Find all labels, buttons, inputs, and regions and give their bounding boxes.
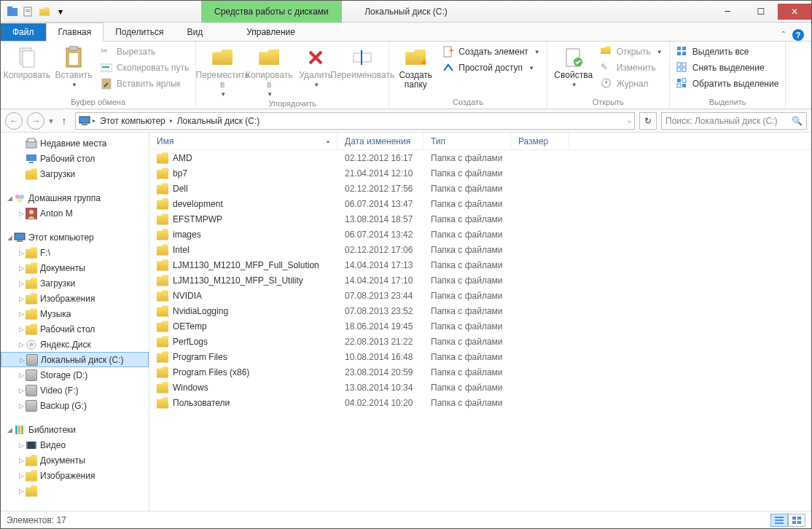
file-row[interactable]: NVIDIA07.08.2013 23:44Папка с файлами <box>149 288 811 303</box>
search-input[interactable]: Поиск: Локальный диск (C:) 🔍 <box>661 112 807 130</box>
tree-video-f[interactable]: ▷Video (F:) <box>1 383 149 398</box>
icons-view-button[interactable] <box>788 514 805 527</box>
breadcrumb-seg[interactable]: Локальный диск (C:) <box>175 116 262 126</box>
invert-select-button[interactable]: Обратить выделение <box>673 76 783 92</box>
file-row[interactable]: development06.07.2014 13:47Папка с файла… <box>149 196 811 211</box>
select-none-button[interactable]: Снять выделение <box>673 60 783 76</box>
qat-dropdown-icon[interactable]: ▾ <box>53 4 68 19</box>
maximize-button[interactable]: ☐ <box>744 4 778 20</box>
tree-cdrive[interactable]: ▷Локальный диск (C:) <box>1 352 149 367</box>
tab-file[interactable]: Файл <box>1 23 46 41</box>
file-row[interactable]: PerfLogs22.08.2013 21:22Папка с файлами <box>149 334 811 349</box>
collapse-ribbon-icon[interactable]: ˆ <box>782 30 785 41</box>
col-date[interactable]: Дата изменения <box>337 133 423 149</box>
delete-button[interactable]: Удалить▼ <box>292 44 339 90</box>
tree-homegroup[interactable]: ◢Домашняя группа <box>1 190 149 205</box>
tree-fdrive[interactable]: ▷F:\ <box>1 245 149 260</box>
file-row[interactable]: LJM1130_M1210_MFP_SI_Utility14.04.2014 1… <box>149 273 811 288</box>
minimize-button[interactable]: ─ <box>711 4 744 20</box>
close-button[interactable]: ✕ <box>778 4 811 20</box>
tree-documents[interactable]: ▷Документы <box>1 260 149 275</box>
file-row[interactable]: bp721.04.2014 12:10Папка с файлами <box>149 165 811 181</box>
refresh-button[interactable]: ↻ <box>639 112 657 130</box>
file-row[interactable]: Пользователи04.02.2014 10:20Папка с файл… <box>149 395 811 410</box>
file-row[interactable]: OETemp18.06.2014 19:45Папка с файлами <box>149 318 811 334</box>
tree-music[interactable]: ▷Музыка <box>1 306 149 321</box>
file-row[interactable]: Windows13.08.2014 10:34Папка с файлами <box>149 380 811 395</box>
rename-button[interactable]: Переименовать <box>339 44 386 80</box>
tree-anton[interactable]: ▷Anton M <box>1 205 149 221</box>
file-row[interactable]: AMD02.12.2012 16:17Папка с файлами <box>149 150 811 165</box>
tree-pictures[interactable]: ▷Изображения <box>1 291 149 306</box>
window-title: Локальный диск (C:) <box>364 7 448 17</box>
svg-rect-34 <box>28 138 35 142</box>
move-to-button[interactable]: Переместить в▼ <box>199 44 246 99</box>
tab-home[interactable]: Главная <box>46 23 104 42</box>
paste-shortcut-button[interactable]: Вставить ярлык <box>97 76 192 92</box>
properties-button[interactable]: Свойства▼ <box>550 44 597 90</box>
back-button[interactable]: ← <box>5 112 23 130</box>
folder-icon <box>157 183 168 195</box>
file-date: 07.08.2013 23:44 <box>337 291 423 301</box>
file-row[interactable]: EFSTMPWP13.08.2014 18:57Папка с файлами <box>149 211 811 227</box>
qat-newfolder-icon[interactable] <box>37 4 52 19</box>
help-icon[interactable]: ? <box>792 29 804 41</box>
select-all-button[interactable]: Выделить все <box>673 44 783 60</box>
file-row[interactable]: Intel02.12.2012 17:06Папка с файлами <box>149 242 811 257</box>
file-row[interactable]: LJM1130_M1210_MFP_Full_Solution14.04.201… <box>149 257 811 273</box>
tree-backup[interactable]: ▷Backup (G:) <box>1 398 149 413</box>
svg-rect-30 <box>682 84 686 87</box>
tree-pictures2[interactable]: ▷Изображения <box>1 468 149 483</box>
open-button[interactable]: Открыть▼ <box>597 44 666 60</box>
cut-button[interactable]: ✂Вырезать <box>97 44 192 60</box>
forward-button[interactable]: → <box>27 112 44 130</box>
copy-button[interactable]: Копировать <box>4 44 50 80</box>
copy-path-button[interactable]: Скопировать путь <box>97 60 192 76</box>
folder-icon <box>157 351 168 363</box>
file-row[interactable]: Program Files (x86)23.08.2014 20:59Папка… <box>149 364 811 380</box>
breadcrumb[interactable]: ▸ Этот компьютер ▸ Локальный диск (C:) ⌵ <box>75 112 635 130</box>
tree-cutoff[interactable]: ▷ <box>1 483 149 498</box>
path-icon <box>101 62 112 74</box>
breadcrumb-history-icon[interactable]: ⌵ <box>628 117 631 124</box>
sidebar-tree[interactable]: Недавние места Рабочий стол Загрузки ◢До… <box>1 133 149 511</box>
copy-to-button[interactable]: Копировать в▼ <box>246 44 292 99</box>
file-row[interactable]: NvidiaLogging07.08.2013 23:52Папка с фай… <box>149 303 811 318</box>
file-type: Папка с файлами <box>423 199 511 209</box>
details-view-button[interactable] <box>770 514 788 527</box>
edit-button[interactable]: ✎Изменить <box>597 60 666 76</box>
col-type[interactable]: Тип <box>423 133 511 149</box>
col-name[interactable]: Имя▴ <box>149 133 337 149</box>
file-row[interactable]: images06.07.2014 13:42Папка с файлами <box>149 227 811 242</box>
search-icon: 🔍 <box>792 116 803 126</box>
tree-recent[interactable]: Недавние места <box>1 136 149 151</box>
new-folder-button[interactable]: ✦Создать папку <box>392 44 439 90</box>
tree-this-pc[interactable]: ◢Этот компьютер <box>1 230 149 245</box>
paste-button[interactable]: Вставить▼ <box>50 44 97 90</box>
tree-storage[interactable]: ▷Storage (D:) <box>1 367 149 383</box>
tree-downloads2[interactable]: ▷Загрузки <box>1 275 149 291</box>
up-button[interactable]: ↑ <box>58 114 71 127</box>
tree-yandex[interactable]: ▷Яндекс.Диск <box>1 337 149 352</box>
tree-desktop2[interactable]: ▷Рабочий стол <box>1 321 149 337</box>
new-item-button[interactable]: ✦Создать элемент▼ <box>439 44 543 60</box>
col-size[interactable]: Размер <box>511 133 569 149</box>
breadcrumb-seg[interactable]: Этот компьютер <box>98 116 168 126</box>
tab-view[interactable]: Вид <box>175 23 214 41</box>
tab-manage[interactable]: Управление <box>235 23 307 41</box>
tree-video[interactable]: ▷Видео <box>1 437 149 452</box>
tree-downloads[interactable]: Загрузки <box>1 166 149 181</box>
tab-share[interactable]: Поделиться <box>104 23 175 41</box>
svg-rect-35 <box>26 154 36 161</box>
file-row[interactable]: Dell02.12.2012 17:56Папка с файлами <box>149 181 811 196</box>
qat-properties-icon[interactable] <box>21 4 36 19</box>
tree-documents2[interactable]: ▷Документы <box>1 452 149 468</box>
history-dropdown-icon[interactable]: ▾ <box>49 116 53 126</box>
easy-access-button[interactable]: Простой доступ▼ <box>439 60 543 76</box>
file-list[interactable]: AMD02.12.2012 16:17Папка с файламиbp721.… <box>149 150 811 511</box>
file-row[interactable]: Program Files10.08.2014 16:48Папка с фай… <box>149 349 811 364</box>
computer-icon <box>14 232 26 243</box>
tree-desktop[interactable]: Рабочий стол <box>1 151 149 166</box>
history-button[interactable]: 🕐Журнал <box>597 76 666 92</box>
tree-libraries[interactable]: ◢Библиотеки <box>1 422 149 437</box>
